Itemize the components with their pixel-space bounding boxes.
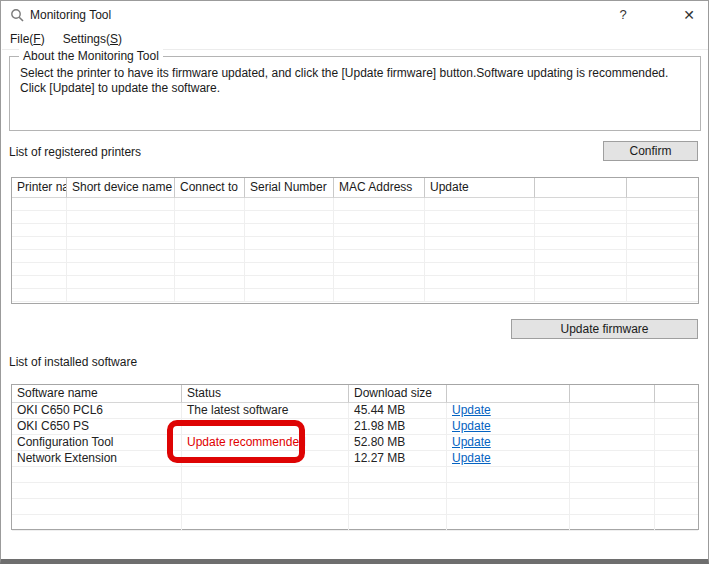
table-row (12, 224, 698, 237)
table-row (12, 289, 698, 302)
printers-table-header: Printer na... Short device name Connect … (12, 178, 698, 198)
software-name: OKI C650 PS (12, 419, 182, 435)
help-button[interactable]: ? (607, 1, 639, 29)
update-link[interactable]: Update (452, 419, 491, 433)
installed-software-table[interactable]: Software name Status Download size OKI C… (11, 384, 699, 530)
table-row (12, 467, 698, 483)
menu-file[interactable]: File(F) (2, 29, 54, 50)
table-row (12, 276, 698, 289)
table-row (12, 263, 698, 276)
col-empty-2[interactable] (627, 178, 698, 198)
window-title: Monitoring Tool (30, 1, 111, 29)
col-download-size[interactable]: Download size (349, 385, 447, 403)
close-icon[interactable]: ✕ (673, 1, 705, 29)
download-size: 45.44 MB (349, 403, 447, 419)
update-link[interactable]: Update (452, 403, 491, 417)
table-row (12, 237, 698, 250)
col-status[interactable]: Status (182, 385, 349, 403)
software-name: OKI C650 PCL6 (12, 403, 182, 419)
software-status (182, 451, 349, 467)
col-printer-name[interactable]: Printer na... (12, 178, 67, 198)
download-size: 21.98 MB (349, 419, 447, 435)
col-update-link[interactable] (447, 385, 570, 403)
table-row (12, 499, 698, 515)
software-table-body: OKI C650 PCL6 The latest software 45.44 … (12, 403, 698, 531)
download-size: 12.27 MB (349, 451, 447, 467)
menu-settings[interactable]: Settings(S) (54, 29, 131, 50)
col-empty-1[interactable] (535, 178, 627, 198)
registered-printers-table[interactable]: Printer na... Short device name Connect … (11, 177, 699, 304)
col-software-name[interactable]: Software name (12, 385, 182, 403)
software-row-configuration-tool: Configuration Tool Update recommended 52… (12, 435, 698, 451)
about-groupbox: About the Monitoring Tool Select the pri… (9, 56, 701, 131)
title-bar: Monitoring Tool ? ✕ (1, 1, 708, 29)
magnifier-icon (10, 8, 24, 22)
software-table-header: Software name Status Download size (12, 385, 698, 403)
table-row (12, 515, 698, 531)
col-short-device-name[interactable]: Short device name (67, 178, 175, 198)
installed-software-label: List of installed software (9, 355, 137, 369)
col-serial-number[interactable]: Serial Number (245, 178, 334, 198)
update-link[interactable]: Update (452, 451, 491, 465)
col-empty-1[interactable] (570, 385, 655, 403)
software-row-oki-c650-pcl6: OKI C650 PCL6 The latest software 45.44 … (12, 403, 698, 419)
update-firmware-button[interactable]: Update firmware (511, 319, 698, 339)
software-status: The latest software (182, 403, 349, 419)
monitoring-tool-window: Monitoring Tool ? ✕ File(F) Settings(S) … (0, 0, 709, 564)
software-row-oki-c650-ps: OKI C650 PS 21.98 MB Update (12, 419, 698, 435)
menu-bar: File(F) Settings(S) (2, 29, 708, 50)
download-size: 52.80 MB (349, 435, 447, 451)
software-status-alert: Update recommended (182, 435, 349, 451)
table-row (12, 198, 698, 211)
software-name: Configuration Tool (12, 435, 182, 451)
table-row (12, 250, 698, 263)
printers-table-body (12, 198, 698, 302)
software-name: Network Extension (12, 451, 182, 467)
table-row (12, 211, 698, 224)
software-row-network-extension: Network Extension 12.27 MB Update (12, 451, 698, 467)
update-link[interactable]: Update (452, 435, 491, 449)
col-mac-address[interactable]: MAC Address (334, 178, 425, 198)
col-update[interactable]: Update (425, 178, 535, 198)
software-status (182, 419, 349, 435)
col-empty-2[interactable] (655, 385, 698, 403)
table-row (12, 483, 698, 499)
confirm-button[interactable]: Confirm (603, 141, 698, 161)
col-connect-to[interactable]: Connect to (175, 178, 245, 198)
registered-printers-label: List of registered printers (9, 145, 141, 159)
about-groupbox-legend: About the Monitoring Tool (19, 49, 163, 63)
